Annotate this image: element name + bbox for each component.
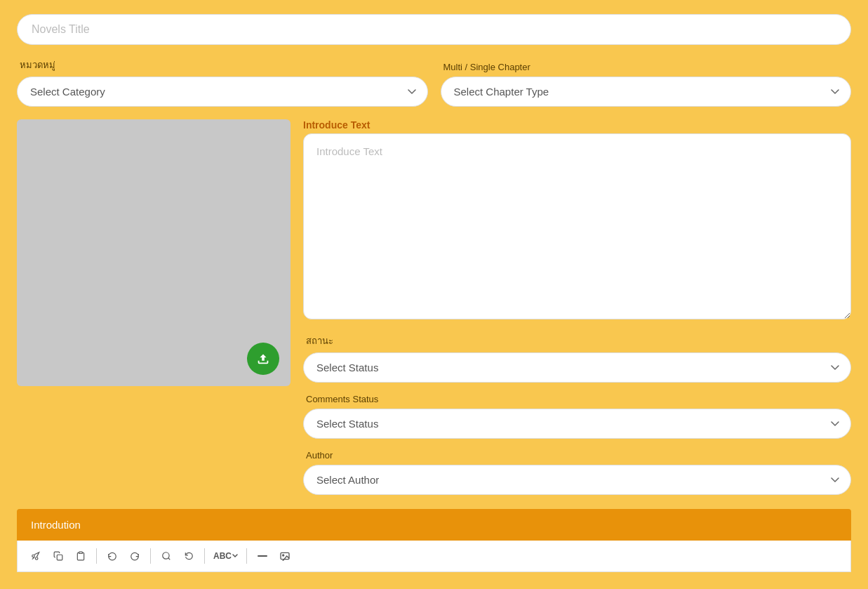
toolbar-search-button[interactable] [156,546,176,566]
svg-rect-1 [79,552,83,553]
copy-icon [53,551,63,561]
category-field-group: หมวดหมู่ Select Category [17,58,428,107]
hr-icon [257,552,268,560]
introduction-bar: Introdution [17,509,851,541]
insert-image-icon [279,551,291,561]
toolbar-redo-button[interactable] [125,546,145,566]
toolbar-bar: ABC [17,541,851,572]
title-input-wrapper [17,14,851,45]
main-container: หมวดหมู่ Select Category Multi / Single … [0,0,868,589]
introduce-text-section: Introduce Text [303,119,851,322]
toolbar-insert-image-button[interactable] [275,546,295,566]
status-section: สถานะ Select Status [303,333,851,383]
toolbar-paste-button[interactable] [71,546,91,566]
toolbar-undo-button[interactable] [102,546,122,566]
svg-point-6 [283,555,284,556]
toolbar-cut-button[interactable] [26,546,46,566]
toolbar-divider-4 [246,548,247,564]
toolbar-spellcheck-button[interactable]: ABC [211,550,241,562]
toolbar-copy-button[interactable] [48,546,68,566]
image-content-row: Introduce Text สถานะ Select Status Comme… [17,119,851,495]
toolbar-replace-button[interactable] [179,546,199,566]
svg-line-3 [168,558,171,560]
status-select[interactable]: Select Status [303,352,851,383]
chapter-type-field-group: Multi / Single Chapter Select Chapter Ty… [441,62,852,107]
toolbar-divider-1 [96,548,97,564]
svg-point-2 [163,552,169,559]
svg-rect-0 [57,555,62,560]
spellcheck-label: ABC [213,551,232,561]
status-label: สถานะ [303,333,851,348]
author-label: Author [303,450,851,461]
novels-title-input[interactable] [17,14,851,45]
cut-icon [31,551,41,561]
toolbar-divider-3 [204,548,205,564]
spellcheck-dropdown-icon [232,554,238,558]
toolbar-hr-button[interactable] [253,546,272,566]
toolbar-divider-2 [150,548,151,564]
redo-icon [130,551,140,561]
paste-icon [76,551,86,561]
author-select[interactable]: Select Author [303,465,851,495]
comments-status-section: Comments Status Select Status [303,394,851,439]
comments-status-label: Comments Status [303,394,851,404]
undo-icon [107,551,117,561]
category-label: หมวดหมู่ [17,58,428,72]
category-select[interactable]: Select Category [17,77,428,107]
author-section: Author Select Author [303,450,851,495]
chapter-type-label: Multi / Single Chapter [441,62,852,72]
upload-image-button[interactable] [247,343,279,375]
introduction-bar-label: Introdution [31,519,81,531]
right-content: Introduce Text สถานะ Select Status Comme… [303,119,851,495]
image-upload-area [17,119,291,386]
upload-cloud-icon [255,351,271,366]
introduce-text-textarea[interactable] [303,133,851,319]
introduce-text-label: Introduce Text [303,119,851,131]
svg-rect-4 [258,555,267,557]
category-chapter-row: หมวดหมู่ Select Category Multi / Single … [17,58,851,107]
replace-icon [183,551,194,561]
comments-status-select[interactable]: Select Status [303,409,851,439]
search-icon [161,551,171,561]
chapter-type-select[interactable]: Select Chapter Type [441,77,852,107]
